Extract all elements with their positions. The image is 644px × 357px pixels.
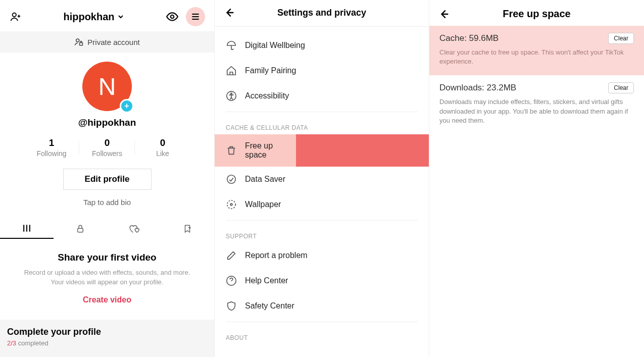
add-user-icon[interactable]: [9, 10, 22, 23]
tab-liked[interactable]: [107, 219, 161, 239]
row-help-center[interactable]: Help Center: [215, 268, 429, 293]
downloads-desc: Downloads may include effects, filters, …: [439, 97, 634, 125]
cache-card: Cache: 59.6MB Clear Clear your cache to …: [429, 26, 644, 75]
svg-point-0: [13, 13, 16, 17]
svg-rect-3: [80, 43, 83, 45]
empty-state-cta: Share your first video Record or upload …: [0, 252, 214, 304]
tab-feed[interactable]: [0, 219, 54, 239]
row-safety-center[interactable]: Safety Center: [215, 293, 429, 319]
cta-subtitle: Record or upload a video with effects, s…: [0, 268, 214, 287]
stat-followers[interactable]: 0 Followers: [79, 137, 135, 158]
downloads-card: Downloads: 23.2MB Clear Downloads may in…: [429, 75, 644, 134]
wallpaper-icon: [226, 199, 237, 210]
section-about: ABOUT: [215, 325, 429, 344]
home-icon: [226, 65, 237, 76]
svg-point-1: [171, 15, 174, 19]
free-up-space-screen: Free up space Cache: 59.6MB Clear Clear …: [429, 0, 644, 357]
chevron-down-icon: [117, 13, 125, 21]
section-support: SUPPORT: [215, 224, 429, 243]
create-video-button[interactable]: Create video: [0, 295, 214, 304]
cache-label: Cache:: [439, 33, 467, 43]
display-name: hippokhan: [63, 11, 114, 23]
downloads-label: Downloads:: [439, 83, 484, 92]
row-data-saver[interactable]: Data Saver: [215, 167, 429, 192]
row-wallpaper[interactable]: Wallpaper: [215, 192, 429, 217]
cache-size: 59.6MB: [469, 33, 499, 43]
space-header: Free up space: [429, 0, 644, 26]
complete-title: Complete your profile: [7, 327, 207, 337]
avatar[interactable]: N +: [82, 62, 132, 111]
row-report-problem[interactable]: Report a problem: [215, 243, 429, 268]
section-cache: CACHE & CELLULAR DATA: [215, 115, 429, 134]
row-free-up-space[interactable]: Free up space: [215, 134, 429, 167]
clear-downloads-button[interactable]: Clear: [608, 82, 634, 93]
handle: @hippokhan: [0, 117, 214, 128]
complete-progress: 2/3: [7, 339, 16, 347]
profile-screen: hippokhan Private account N + @hippokhan: [0, 0, 215, 357]
help-icon: [226, 275, 237, 286]
accessibility-icon: [226, 90, 237, 101]
profile-stats: 1 Following 0 Followers 0 Like: [0, 137, 214, 158]
svg-point-2: [76, 39, 79, 42]
svg-rect-4: [78, 228, 83, 232]
settings-screen: Settings and privacy Digital Wellbeing F…: [215, 0, 429, 357]
profile-header: hippokhan: [0, 0, 214, 31]
highlight-fill: [296, 134, 429, 167]
svg-point-6: [231, 93, 232, 94]
add-bio-button[interactable]: Tap to add bio: [0, 198, 214, 207]
complete-profile-card[interactable]: Complete your profile 2/3 completed: [0, 320, 214, 357]
avatar-letter: N: [98, 73, 116, 100]
eye-icon[interactable]: [166, 10, 179, 23]
tab-private[interactable]: [54, 219, 107, 239]
page-title: Free up space: [438, 8, 635, 20]
private-account-label: Private account: [87, 38, 139, 46]
pencil-icon: [226, 250, 237, 261]
trash-icon: [226, 145, 237, 156]
stat-following[interactable]: 1 Following: [24, 137, 79, 158]
stat-likes[interactable]: 0 Like: [135, 137, 190, 158]
row-family-pairing[interactable]: Family Pairing: [215, 58, 429, 83]
clear-cache-button[interactable]: Clear: [608, 33, 634, 44]
page-title: Settings and privacy: [224, 8, 420, 18]
umbrella-icon: [226, 40, 237, 51]
account-switcher[interactable]: hippokhan: [63, 11, 124, 23]
private-account-bar[interactable]: Private account: [0, 31, 214, 53]
downloads-size: 23.2MB: [487, 83, 517, 92]
edit-profile-button[interactable]: Edit profile: [63, 169, 152, 190]
svg-point-8: [227, 200, 236, 209]
svg-point-7: [227, 175, 236, 184]
row-digital-wellbeing[interactable]: Digital Wellbeing: [215, 33, 429, 58]
cache-desc: Clear your cache to free up space. This …: [439, 48, 634, 66]
profile-tabs: [0, 219, 214, 239]
shield-icon: [226, 300, 237, 312]
avatar-add-icon[interactable]: +: [120, 99, 134, 113]
data-saver-icon: [226, 174, 237, 185]
settings-header: Settings and privacy: [215, 0, 429, 23]
person-lock-icon: [74, 37, 83, 46]
hamburger-menu-button[interactable]: [186, 7, 205, 26]
cta-title: Share your first video: [0, 252, 214, 263]
row-accessibility[interactable]: Accessibility: [215, 83, 429, 109]
svg-point-9: [230, 203, 232, 206]
tab-saved[interactable]: [161, 219, 214, 239]
